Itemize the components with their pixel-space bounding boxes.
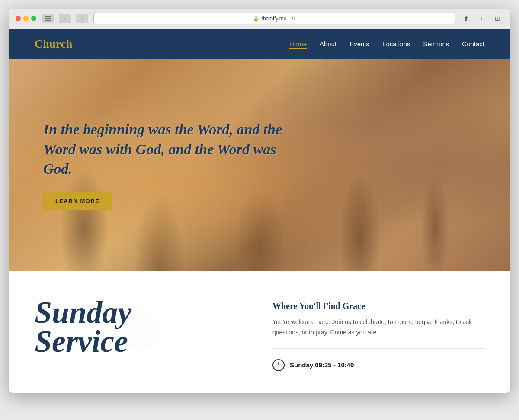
reload-icon[interactable]: ↻ xyxy=(291,16,295,22)
nav-item-locations[interactable]: Locations xyxy=(382,40,410,48)
grace-title: Where You'll Find Grace xyxy=(272,301,484,311)
website-content: Church Home About Events Locations Sermo… xyxy=(9,29,510,393)
hero-section: In the beginning was the Word, and the W… xyxy=(9,59,510,271)
sunday-service-left: Sunday Service xyxy=(35,297,247,371)
nav-item-home[interactable]: Home xyxy=(289,40,307,48)
maximize-button[interactable] xyxy=(31,16,36,21)
sidebar-toggle[interactable] xyxy=(42,14,54,23)
lock-icon: 🔒 xyxy=(253,16,259,22)
back-button[interactable]: ‹ xyxy=(59,14,71,23)
new-tab-button[interactable]: + xyxy=(476,14,488,23)
svg-rect-0 xyxy=(45,16,51,17)
browser-window: ‹ › 🔒 themify.me ↻ ⬆ + ⊞ Church Home Abo… xyxy=(9,9,510,393)
service-time-row: Sunday 09:35 - 10:40 xyxy=(272,359,484,371)
clock-icon xyxy=(272,359,285,371)
url-text: themify.me xyxy=(262,16,287,22)
service-time-text: Sunday 09:35 - 10:40 xyxy=(290,361,354,369)
address-bar[interactable]: 🔒 themify.me ↻ xyxy=(93,13,455,24)
nav-link-locations[interactable]: Locations xyxy=(382,40,410,48)
share-button[interactable]: ⬆ xyxy=(460,14,472,23)
nav-link-sermons[interactable]: Sermons xyxy=(423,40,449,48)
nav-links: Home About Events Locations Sermons Cont… xyxy=(289,40,484,48)
nav-item-contact[interactable]: Contact xyxy=(462,40,484,48)
nav-link-events[interactable]: Events xyxy=(349,40,369,48)
nav-link-about[interactable]: About xyxy=(320,40,336,48)
nav-item-events[interactable]: Events xyxy=(349,40,369,48)
svg-rect-2 xyxy=(45,20,51,21)
minimize-button[interactable] xyxy=(23,16,29,21)
nav-link-contact[interactable]: Contact xyxy=(462,40,484,48)
site-logo[interactable]: Church xyxy=(35,38,73,51)
nav-link-home[interactable]: Home xyxy=(289,40,307,49)
grace-description: You're welcome here. Join us to celebrat… xyxy=(272,317,484,349)
hero-content: In the beginning was the Word, and the W… xyxy=(9,59,510,271)
sunday-service-right: Where You'll Find Grace You're welcome h… xyxy=(272,297,484,371)
nav-item-about[interactable]: About xyxy=(320,40,336,48)
service-heading: Service xyxy=(35,326,247,357)
browser-chrome: ‹ › 🔒 themify.me ↻ ⬆ + ⊞ xyxy=(9,9,510,29)
below-hero-section: Sunday Service Where You'll Find Grace Y… xyxy=(9,271,510,393)
learn-more-button[interactable]: LEARN MORE xyxy=(43,192,112,210)
browser-actions: ⬆ + ⊞ xyxy=(460,14,503,23)
traffic-lights xyxy=(16,16,36,21)
grid-button[interactable]: ⊞ xyxy=(491,14,503,23)
svg-rect-1 xyxy=(45,18,51,19)
sunday-heading: Sunday xyxy=(35,297,247,328)
main-nav: Church Home About Events Locations Sermo… xyxy=(9,29,510,59)
forward-button[interactable]: › xyxy=(76,14,88,23)
close-button[interactable] xyxy=(16,16,21,21)
nav-item-sermons[interactable]: Sermons xyxy=(423,40,449,48)
hero-quote: In the beginning was the Word, and the W… xyxy=(43,120,303,179)
